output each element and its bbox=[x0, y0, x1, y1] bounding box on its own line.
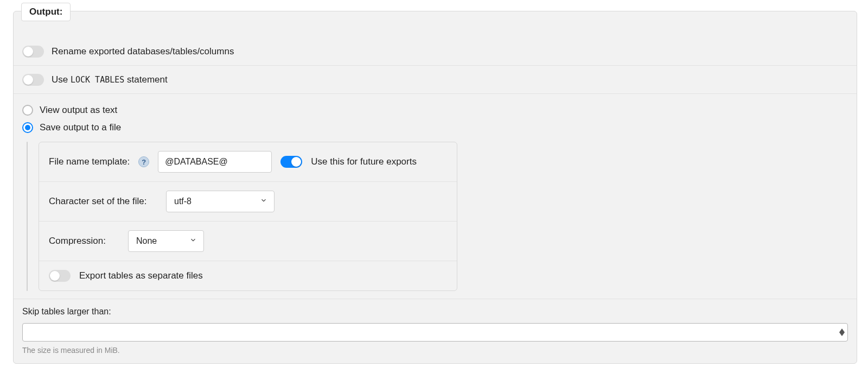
charset-row: Character set of the file: utf-8 bbox=[39, 182, 457, 222]
lock-suffix: statement bbox=[124, 74, 167, 85]
help-icon[interactable]: ? bbox=[138, 156, 149, 167]
lock-tables-label: Use LOCK TABLES statement bbox=[52, 74, 168, 85]
export-separate-label: Export tables as separate files bbox=[79, 270, 203, 281]
compression-select[interactable]: None bbox=[128, 230, 204, 252]
rename-toggle[interactable] bbox=[22, 46, 44, 58]
chevron-down-icon bbox=[189, 236, 197, 246]
skip-tables-input[interactable] bbox=[22, 323, 848, 342]
rename-label: Rename exported databases/tables/columns bbox=[52, 46, 234, 57]
skip-tables-helper: The size is measured in MiB. bbox=[22, 346, 848, 355]
svg-marker-1 bbox=[839, 332, 845, 336]
subpanel-indent-bar bbox=[27, 142, 28, 291]
save-file-subpanel-wrap: File name template: ? Use this for futur… bbox=[22, 142, 848, 291]
stepper-down-icon[interactable] bbox=[839, 332, 845, 336]
filename-template-label: File name template: bbox=[49, 156, 130, 167]
lock-code: LOCK TABLES bbox=[71, 75, 124, 85]
filename-template-input[interactable] bbox=[158, 151, 272, 173]
compression-value: None bbox=[136, 236, 157, 246]
view-as-text-label: View output as text bbox=[40, 105, 117, 116]
charset-value: utf-8 bbox=[174, 197, 192, 206]
future-exports-label: Use this for future exports bbox=[311, 156, 417, 167]
save-file-subpanel: File name template: ? Use this for futur… bbox=[39, 142, 457, 291]
skip-tables-stepper[interactable] bbox=[839, 329, 845, 336]
filename-template-row: File name template: ? Use this for futur… bbox=[39, 142, 457, 182]
rename-row: Rename exported databases/tables/columns bbox=[14, 37, 857, 66]
skip-tables-input-wrap bbox=[22, 323, 848, 342]
output-fieldset: Output: Rename exported databases/tables… bbox=[13, 11, 857, 364]
output-legend: Output: bbox=[21, 3, 71, 21]
compression-label: Compression: bbox=[49, 236, 119, 247]
skip-tables-section: Skip tables larger than: The size is mea… bbox=[14, 299, 857, 357]
lock-tables-row: Use LOCK TABLES statement bbox=[14, 66, 857, 94]
lock-prefix: Use bbox=[52, 74, 71, 85]
charset-label: Character set of the file: bbox=[49, 196, 157, 207]
lock-tables-toggle[interactable] bbox=[22, 74, 44, 86]
save-to-file-radio[interactable] bbox=[22, 122, 33, 133]
view-as-text-radio[interactable] bbox=[22, 105, 33, 116]
stepper-up-icon[interactable] bbox=[839, 329, 845, 332]
skip-tables-label: Skip tables larger than: bbox=[22, 307, 848, 317]
view-as-text-row: View output as text bbox=[22, 102, 848, 119]
output-mode-group: View output as text Save output to a fil… bbox=[14, 94, 857, 299]
svg-marker-0 bbox=[839, 329, 845, 332]
chevron-down-icon bbox=[260, 197, 267, 206]
save-to-file-row: Save output to a file bbox=[22, 119, 848, 136]
compression-row: Compression: None bbox=[39, 222, 457, 261]
charset-select[interactable]: utf-8 bbox=[166, 191, 275, 212]
export-separate-toggle[interactable] bbox=[49, 270, 71, 282]
future-exports-toggle[interactable] bbox=[280, 156, 302, 168]
export-separate-row: Export tables as separate files bbox=[39, 261, 457, 290]
save-to-file-label: Save output to a file bbox=[40, 122, 121, 133]
